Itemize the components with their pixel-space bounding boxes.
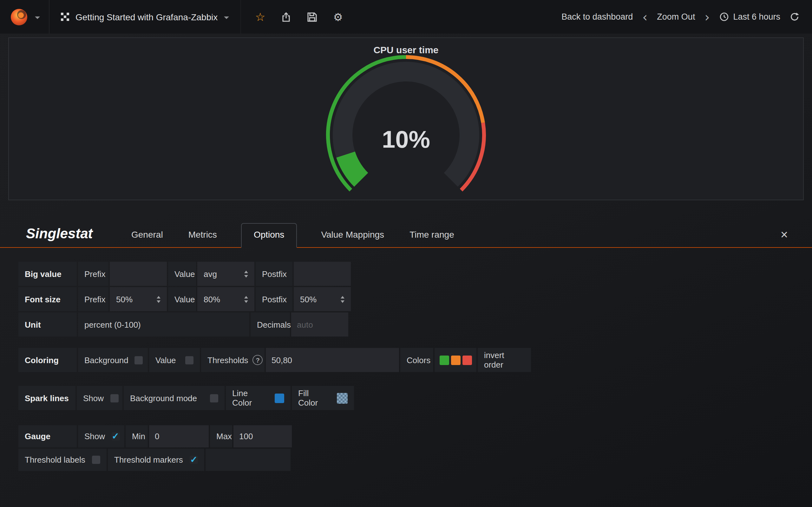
value-label: Value: [168, 262, 196, 286]
threshold-options-row: Threshold labels Threshold markers ✓: [18, 449, 812, 471]
background-mode-checkbox[interactable]: [210, 394, 218, 402]
grafana-menu-button[interactable]: [0, 0, 49, 34]
font-size-label: Font size: [18, 287, 77, 311]
dashboard-grid-icon: [61, 13, 69, 21]
big-value-postfix-input[interactable]: [294, 262, 351, 286]
tab-general[interactable]: General: [130, 224, 164, 247]
font-size-row: Font size Prefix 50% Value 80% Postfix 5…: [18, 287, 812, 311]
min-input[interactable]: [149, 425, 209, 447]
spark-lines-show-toggle[interactable]: Show: [77, 386, 122, 410]
tab-value-mappings[interactable]: Value Mappings: [320, 224, 386, 247]
spinner-icon: [157, 296, 160, 302]
big-value-stat-select[interactable]: avg: [197, 262, 254, 286]
panel-editor: Singlestat General Metrics Options Value…: [0, 218, 812, 471]
editor-header: Singlestat General Metrics Options Value…: [0, 218, 812, 248]
chevron-right-icon[interactable]: ›: [705, 10, 710, 23]
big-value-prefix-field: [110, 262, 167, 286]
fill-color-swatch[interactable]: [337, 393, 348, 403]
show-label: Show: [83, 393, 104, 403]
value-checkbox[interactable]: [185, 356, 194, 364]
font-size-postfix-select[interactable]: 50%: [294, 287, 351, 311]
red-color-swatch[interactable]: [462, 355, 472, 365]
dashboard-title: Getting Started with Grafana-Zabbix: [75, 12, 217, 22]
back-to-dashboard-button[interactable]: Back to dashboard: [561, 12, 633, 21]
max-input[interactable]: [234, 425, 292, 447]
min-field: [149, 425, 209, 447]
fill-color-label: Fill Color: [298, 389, 331, 407]
font-size-prefix-value: 50%: [116, 294, 133, 304]
background-mode-toggle[interactable]: Background mode: [124, 386, 224, 410]
chevron-down-icon: [224, 16, 229, 19]
big-value-prefix-input[interactable]: [110, 262, 167, 286]
threshold-markers-toggle[interactable]: Threshold markers ✓: [108, 449, 204, 471]
spinner-icon: [244, 296, 248, 302]
threshold-labels-label: Threshold labels: [25, 455, 85, 464]
help-icon[interactable]: ?: [253, 355, 263, 365]
big-value-postfix-field: [294, 262, 351, 286]
clock-icon: [719, 12, 728, 21]
panel-title[interactable]: CPU user time: [373, 44, 438, 55]
invert-order-button[interactable]: invert order: [478, 348, 531, 372]
tab-options[interactable]: Options: [241, 223, 297, 248]
unit-label: Unit: [18, 313, 77, 337]
show-label: Show: [84, 432, 105, 441]
gear-icon[interactable]: ⚙: [334, 10, 343, 23]
font-size-value-select[interactable]: 80%: [197, 287, 254, 311]
fill-color-overlay: [337, 393, 348, 403]
gauge-show-toggle[interactable]: Show ✓: [78, 425, 124, 447]
orange-color-swatch[interactable]: [451, 355, 460, 365]
font-size-postfix-value: 50%: [300, 294, 316, 304]
line-color-swatch[interactable]: [275, 393, 284, 403]
decimals-field: [291, 313, 348, 337]
gauge-show-checkbox[interactable]: ✓: [111, 432, 119, 441]
big-value-row: Big value Prefix Value avg Postfix: [18, 262, 812, 286]
font-size-prefix-select[interactable]: 50%: [110, 287, 167, 311]
max-label: Max: [210, 425, 232, 447]
gauge-label: Gauge: [18, 425, 77, 447]
coloring-row: Coloring Background Value Thresholds ?: [18, 348, 812, 372]
star-icon[interactable]: ☆: [255, 10, 265, 23]
green-color-swatch[interactable]: [439, 355, 449, 365]
dashboard-picker[interactable]: Getting Started with Grafana-Zabbix: [49, 0, 241, 34]
gauge-value-text: 10%: [382, 126, 430, 153]
chevron-left-icon[interactable]: ‹: [642, 10, 647, 23]
coloring-value-toggle[interactable]: Value: [149, 348, 200, 372]
editor-tabs: General Metrics Options Value Mappings T…: [130, 223, 455, 247]
gauge: 10%: [323, 54, 489, 193]
refresh-icon[interactable]: [790, 12, 799, 21]
spark-lines-group: Spark lines Show Background mode Line Co…: [18, 386, 812, 410]
options-form: Big value Prefix Value avg Postfix: [0, 248, 812, 471]
singlestat-panel: CPU user time 10%: [8, 38, 804, 200]
prefix-label: Prefix: [78, 262, 108, 286]
navbar: Getting Started with Grafana-Zabbix ☆ ⚙ …: [0, 0, 812, 34]
grafana-app: Getting Started with Grafana-Zabbix ☆ ⚙ …: [0, 0, 812, 507]
navbar-right: Back to dashboard ‹ Zoom Out › Last 6 ho…: [561, 0, 812, 34]
coloring-background-toggle[interactable]: Background: [78, 348, 148, 372]
share-icon[interactable]: [281, 12, 292, 22]
zoom-out-button[interactable]: Zoom Out: [657, 12, 695, 21]
coloring-label: Coloring: [18, 348, 77, 372]
colors-label: Colors: [400, 348, 433, 372]
big-value-stat-value: avg: [204, 269, 217, 279]
unit-picker[interactable]: percent (0-100): [78, 313, 249, 337]
threshold-labels-checkbox[interactable]: [92, 456, 100, 464]
decimals-input[interactable]: [291, 313, 348, 337]
value-options-group: Big value Prefix Value avg Postfix: [18, 262, 812, 337]
threshold-labels-toggle[interactable]: Threshold labels: [18, 449, 107, 471]
time-range-picker[interactable]: Last 6 hours: [719, 12, 780, 21]
spark-show-checkbox[interactable]: [110, 394, 118, 402]
save-icon[interactable]: [307, 12, 317, 22]
background-checkbox[interactable]: [135, 356, 143, 364]
thresholds-input[interactable]: [266, 348, 399, 372]
close-icon[interactable]: ×: [780, 228, 812, 247]
gauge-group: Gauge Show ✓ Min Max T: [18, 425, 812, 471]
postfix-label: Postfix: [256, 287, 293, 311]
tab-time-range[interactable]: Time range: [408, 224, 455, 247]
tab-metrics[interactable]: Metrics: [187, 224, 218, 247]
fill-color-cell: Fill Color: [292, 386, 354, 410]
background-mode-label: Background mode: [130, 393, 197, 403]
font-size-value-value: 80%: [204, 294, 220, 304]
threshold-markers-checkbox[interactable]: ✓: [190, 456, 198, 464]
postfix-label: Postfix: [256, 262, 293, 286]
spark-lines-row: Spark lines Show Background mode Line Co…: [18, 386, 812, 410]
